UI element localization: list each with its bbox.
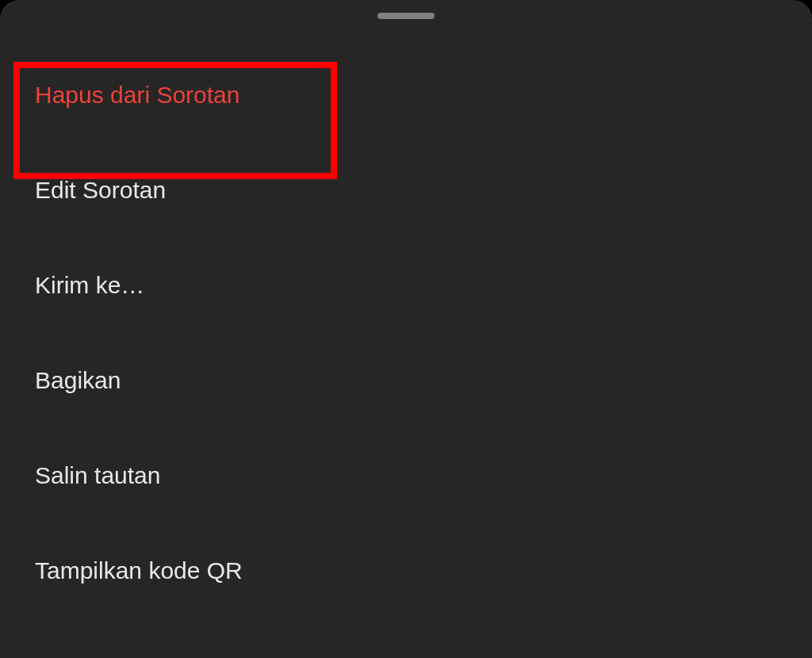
drag-handle[interactable] [377, 13, 435, 19]
menu-item-label: Tampilkan kode QR [35, 557, 243, 584]
menu-item-label: Kirim ke… [35, 272, 144, 299]
menu-item-edit-highlight[interactable]: Edit Sorotan [16, 143, 796, 238]
menu-item-remove-highlight[interactable]: Hapus dari Sorotan [16, 48, 796, 143]
menu-item-send-to[interactable]: Kirim ke… [16, 238, 796, 333]
menu-item-share[interactable]: Bagikan [16, 333, 796, 428]
menu-item-label: Hapus dari Sorotan [35, 82, 240, 109]
menu-list: Hapus dari Sorotan Edit Sorotan Kirim ke… [0, 0, 812, 618]
menu-item-label: Salin tautan [35, 462, 160, 489]
menu-item-label: Bagikan [35, 367, 121, 394]
menu-item-show-qr[interactable]: Tampilkan kode QR [16, 523, 796, 618]
menu-item-copy-link[interactable]: Salin tautan [16, 428, 796, 523]
bottom-sheet: Hapus dari Sorotan Edit Sorotan Kirim ke… [0, 0, 812, 658]
menu-item-label: Edit Sorotan [35, 177, 166, 204]
